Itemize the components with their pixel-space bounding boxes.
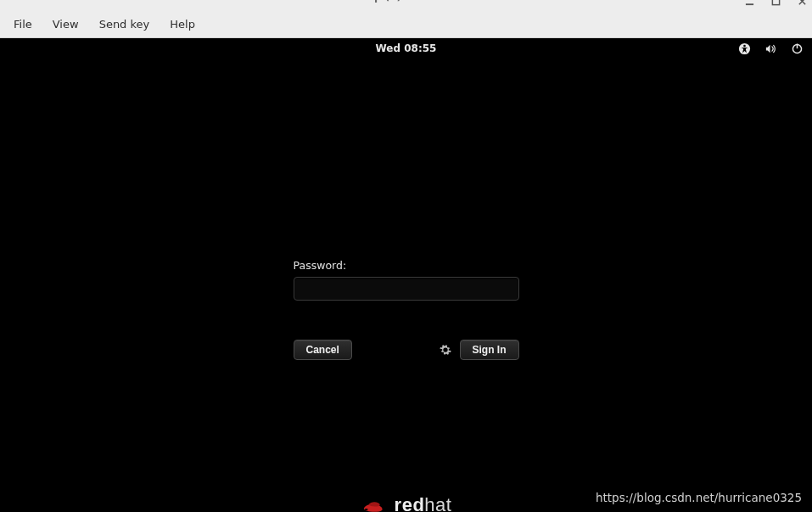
svg-rect-5 — [797, 43, 798, 48]
clock[interactable]: Wed 08:55 — [127, 42, 685, 54]
login-actions: Cancel Sign In — [294, 340, 519, 360]
menu-file[interactable]: File — [5, 14, 41, 34]
brand: redhat — [361, 494, 452, 512]
volume-icon[interactable] — [764, 42, 777, 55]
redhat-logo-icon — [361, 495, 386, 512]
password-label: Password: — [294, 259, 519, 272]
login-form: Password: — [294, 259, 519, 301]
signin-button[interactable]: Sign In — [460, 340, 519, 360]
guest-screen: Wed 08:55 Password: Cancel Sign In — [0, 38, 812, 512]
brand-text: redhat — [395, 494, 452, 512]
gnome-top-bar: Wed 08:55 — [0, 38, 812, 59]
menu-help[interactable]: Help — [161, 14, 204, 34]
menu-sendkey[interactable]: Send key — [91, 14, 159, 34]
svg-point-3 — [743, 44, 746, 47]
window-titlebar: desktop (1) - Virt Viewer — [0, 0, 812, 10]
svg-point-6 — [364, 509, 367, 510]
power-icon[interactable] — [791, 42, 804, 55]
menu-view[interactable]: View — [44, 14, 87, 34]
svg-rect-0 — [746, 3, 753, 5]
watermark: https://blog.csdn.net/hurricane0325 — [596, 491, 802, 504]
gear-icon[interactable] — [440, 344, 451, 356]
accessibility-icon[interactable] — [738, 42, 751, 55]
maximize-icon[interactable] — [771, 0, 781, 6]
menubar: File View Send key Help — [0, 10, 812, 38]
minimize-icon[interactable] — [745, 0, 754, 6]
svg-rect-1 — [772, 0, 779, 5]
password-input[interactable] — [294, 277, 519, 301]
cancel-button[interactable]: Cancel — [294, 340, 352, 360]
close-icon[interactable] — [798, 0, 807, 6]
